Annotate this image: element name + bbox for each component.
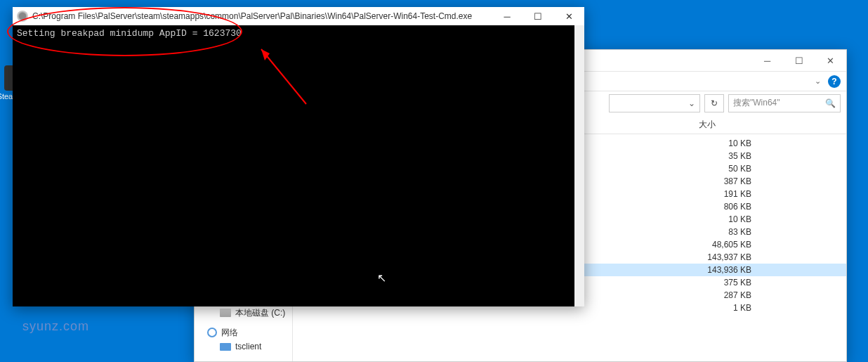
file-size: 50 KB — [681, 164, 751, 174]
file-size: 143,936 KB — [681, 265, 751, 275]
maximize-button[interactable]: ☐ — [522, 7, 553, 25]
file-size: 806 KB — [681, 202, 751, 212]
file-size: 10 KB — [681, 138, 751, 148]
sidebar-item-tsclient[interactable]: tsclient — [195, 340, 292, 354]
monitor-icon — [220, 343, 231, 351]
search-icon: 🔍 — [825, 98, 836, 108]
search-input[interactable]: 搜索"Win64" 🔍 — [728, 94, 841, 112]
file-size: 143,937 KB — [681, 252, 751, 262]
close-button[interactable]: ✕ — [553, 7, 584, 25]
console-window: C:\Program Files\PalServer\steam\steamap… — [13, 7, 584, 306]
search-placeholder: 搜索"Win64" — [733, 97, 780, 109]
file-size: 191 KB — [681, 189, 751, 199]
sidebar-item-network[interactable]: 网络 — [195, 325, 292, 340]
minimize-button[interactable]: ─ — [751, 50, 783, 71]
column-size-header[interactable]: 大小 — [686, 115, 716, 134]
file-size: 10 KB — [681, 214, 751, 224]
scrollbar[interactable] — [574, 25, 584, 306]
chevron-down-icon: ⌄ — [688, 98, 695, 108]
console-body[interactable]: Setting breakpad minidump AppID = 162373… — [13, 25, 584, 306]
file-size: 83 KB — [681, 227, 751, 237]
sidebar-item-label: 本地磁盘 (C:) — [235, 307, 285, 319]
drive-icon — [220, 309, 231, 317]
file-size: 387 KB — [681, 176, 751, 186]
console-titlebar[interactable]: C:\Program Files\PalServer\steam\steamap… — [13, 7, 584, 25]
network-icon — [207, 328, 217, 337]
app-icon — [17, 11, 28, 22]
console-title: C:\Program Files\PalServer\steam\steamap… — [32, 11, 492, 21]
file-size: 35 KB — [681, 151, 751, 161]
file-size: 375 KB — [681, 278, 751, 287]
minimize-button[interactable]: ─ — [492, 7, 522, 25]
file-size: 1 KB — [681, 303, 751, 313]
address-combo[interactable]: ⌄ — [609, 94, 700, 112]
sidebar-item-label: 网络 — [221, 327, 238, 339]
sidebar-item-local-disk[interactable]: 本地磁盘 (C:) — [195, 306, 292, 320]
chevron-down-icon[interactable]: ⌄ — [815, 77, 821, 86]
maximize-button[interactable]: ☐ — [783, 50, 815, 71]
close-button[interactable]: ✕ — [815, 50, 846, 71]
console-output-line: Setting breakpad minidump AppID = 162373… — [17, 28, 570, 39]
file-size: 287 KB — [681, 290, 751, 300]
refresh-button[interactable]: ↻ — [704, 94, 724, 112]
watermark: syunz.com — [22, 319, 89, 334]
sidebar-item-label: tsclient — [235, 342, 261, 351]
help-icon[interactable]: ? — [828, 75, 841, 88]
file-size: 48,605 KB — [681, 240, 751, 250]
